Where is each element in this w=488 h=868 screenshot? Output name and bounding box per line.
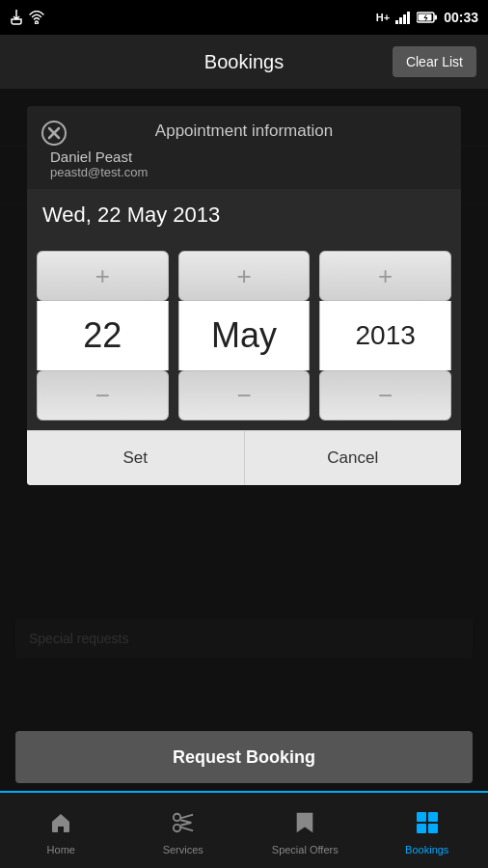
year-minus-icon: − [378,381,393,411]
month-increment-button[interactable]: + [178,251,311,301]
svg-line-15 [180,823,191,826]
status-right-icons: H+ 00:33 [376,10,478,25]
home-icon [49,811,72,840]
modal-header: Appointment information Daniel Peast pea… [27,106,461,189]
grid-icon [416,811,439,840]
nav-item-services[interactable]: Services [122,793,245,868]
modal-title: Appointment information [46,122,442,141]
svg-rect-16 [417,812,426,822]
nav-item-bookings[interactable]: Bookings [366,791,489,868]
svg-point-11 [174,814,180,821]
year-increment-button[interactable]: + [319,251,451,301]
nav-item-special-offers[interactable]: Special Offers [244,793,366,868]
scissors-icon [172,811,195,840]
year-plus-icon: + [378,261,393,291]
year-spinner: + 2013 − [319,251,451,420]
modal-actions: Set Cancel [27,430,461,485]
nav-label-services: Services [163,844,203,855]
nav-label-bookings: Bookings [405,844,448,855]
day-increment-button[interactable]: + [37,251,169,301]
svg-rect-2 [403,14,406,24]
month-minus-icon: − [236,381,251,411]
month-decrement-button[interactable]: − [178,370,311,420]
svg-rect-19 [428,824,438,833]
month-value: May [178,301,311,370]
day-decrement-button[interactable]: − [37,370,169,420]
usb-icon [10,10,23,25]
user-email: peastd@test.com [50,165,442,179]
page-title: Bookings [167,51,322,73]
status-left-icons [10,10,44,25]
set-button[interactable]: Set [27,431,245,485]
svg-point-10 [174,825,180,831]
close-circle-icon [41,121,67,146]
month-plus-icon: + [236,261,251,291]
svg-rect-0 [395,20,398,24]
cancel-button[interactable]: Cancel [245,431,462,485]
app-header: Bookings Clear List [0,35,488,89]
svg-rect-1 [399,17,402,24]
date-display: Wed, 22 May 2013 [27,189,461,241]
month-spinner: + May − [178,251,311,420]
bottom-nav: Home Services Special Offers [0,791,488,868]
nav-label-special-offers: Special Offers [272,844,339,855]
date-picker: Wed, 22 May 2013 + 22 − + May − [27,189,461,485]
modal-close-button[interactable] [39,118,69,149]
user-name: Daniel Peast [50,149,442,165]
battery-icon [417,12,438,23]
svg-rect-17 [428,812,438,822]
day-plus-icon: + [95,261,110,291]
signal-icon [395,11,411,24]
nav-label-home: Home [47,844,75,855]
time-display: 00:33 [444,10,478,25]
nav-item-home[interactable]: Home [0,793,122,868]
year-value: 2013 [319,301,451,370]
svg-rect-3 [407,12,410,24]
day-minus-icon: − [95,381,110,411]
wifi-icon [29,11,44,24]
bookmark-icon [293,811,316,840]
svg-rect-18 [417,824,426,833]
clear-list-button[interactable]: Clear List [393,46,476,77]
network-type-icon: H+ [376,12,390,23]
svg-rect-5 [435,15,438,20]
spinners-row: + 22 − + May − + [27,241,461,430]
appointment-modal: Appointment information Daniel Peast pea… [27,106,461,485]
year-decrement-button[interactable]: − [319,370,451,420]
day-spinner: + 22 − [37,251,169,420]
svg-line-13 [180,827,193,831]
status-bar: H+ 00:33 [0,0,488,35]
request-booking-button[interactable]: Request Booking [15,731,473,783]
svg-line-12 [180,815,193,819]
day-value: 22 [37,301,169,370]
